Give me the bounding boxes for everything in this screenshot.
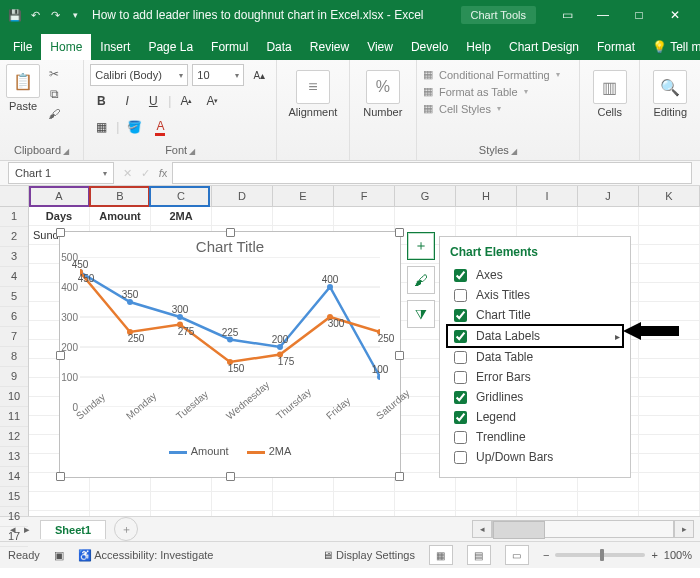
row-header[interactable]: 4 xyxy=(0,267,28,287)
number-format-icon[interactable]: % xyxy=(366,70,400,104)
undo-icon[interactable]: ↶ xyxy=(28,8,42,22)
row-header[interactable]: 12 xyxy=(0,427,28,447)
resize-handle[interactable] xyxy=(226,228,235,237)
row-header[interactable]: 5 xyxy=(0,287,28,307)
enter-formula-icon[interactable]: ✓ xyxy=(136,167,154,180)
chart-element-option[interactable]: Trendline xyxy=(450,427,620,447)
tell-me[interactable]: 💡 Tell me xyxy=(644,34,700,60)
format-painter-icon[interactable]: 🖌 xyxy=(46,106,62,122)
tab-help[interactable]: Help xyxy=(457,34,500,60)
tab-view[interactable]: View xyxy=(358,34,402,60)
embedded-chart[interactable]: Chart Title 0100200300400500 SundayMonda… xyxy=(59,231,401,478)
zoom-control[interactable]: − + 100% xyxy=(543,549,692,561)
column-header[interactable]: J xyxy=(578,186,639,206)
scroll-right-icon[interactable]: ▸ xyxy=(674,520,694,538)
tab-data[interactable]: Data xyxy=(257,34,300,60)
select-all-triangle[interactable] xyxy=(0,186,28,207)
tab-page-layout[interactable]: Page La xyxy=(139,34,202,60)
zoom-out-icon[interactable]: − xyxy=(543,549,549,561)
tab-file[interactable]: File xyxy=(4,34,41,60)
minimize-button[interactable]: — xyxy=(586,3,620,27)
chart-element-option[interactable]: Axes xyxy=(450,265,620,285)
column-header[interactable]: B xyxy=(90,186,151,206)
tab-review[interactable]: Review xyxy=(301,34,358,60)
normal-view-icon[interactable]: ▦ xyxy=(429,545,453,565)
chart-styles-button[interactable]: 🖌 xyxy=(407,266,435,294)
page-layout-view-icon[interactable]: ▤ xyxy=(467,545,491,565)
fill-color-icon[interactable]: 🪣 xyxy=(123,116,145,138)
cell-styles-button[interactable]: ▦Cell Styles▾ xyxy=(423,102,573,115)
ribbon-display-options-icon[interactable]: ▭ xyxy=(550,3,584,27)
formula-bar[interactable] xyxy=(172,162,692,184)
row-header[interactable]: 2 xyxy=(0,227,28,247)
tab-chart-design[interactable]: Chart Design xyxy=(500,34,588,60)
font-color-icon[interactable]: A xyxy=(149,116,171,138)
row-header[interactable]: 9 xyxy=(0,367,28,387)
row-header[interactable]: 17 xyxy=(0,527,28,547)
alignment-icon[interactable]: ≡ xyxy=(296,70,330,104)
column-header[interactable]: K xyxy=(639,186,700,206)
resize-handle[interactable] xyxy=(226,472,235,481)
chart-elements-button[interactable]: ＋ xyxy=(407,232,435,260)
row-header[interactable]: 15 xyxy=(0,487,28,507)
borders-icon[interactable]: ▦ xyxy=(90,116,112,138)
chart-element-option[interactable]: Error Bars xyxy=(450,367,620,387)
submenu-caret-icon[interactable]: ▸ xyxy=(615,331,620,342)
column-header[interactable]: D xyxy=(212,186,273,206)
chart-element-checkbox[interactable] xyxy=(454,451,467,464)
chart-filters-button[interactable]: ⧩ xyxy=(407,300,435,328)
chart-element-option[interactable]: Up/Down Bars xyxy=(450,447,620,467)
decrease-font-size-icon[interactable]: A▾ xyxy=(201,90,223,112)
column-header[interactable]: G xyxy=(395,186,456,206)
resize-handle[interactable] xyxy=(395,228,404,237)
qat-more-icon[interactable]: ▾ xyxy=(68,8,82,22)
chart-element-option[interactable]: Chart Title xyxy=(450,305,620,325)
sheet-tab-sheet1[interactable]: Sheet1 xyxy=(40,520,106,539)
row-header[interactable]: 3 xyxy=(0,247,28,267)
chart-legend[interactable]: Amount 2MA xyxy=(60,445,400,457)
horizontal-scrollbar[interactable]: ◂ ▸ xyxy=(472,520,700,538)
maximize-button[interactable]: □ xyxy=(622,3,656,27)
group-styles[interactable]: Styles xyxy=(423,142,573,158)
chart-plot-area[interactable]: 0100200300400500 SundayMondayTuesdayWedn… xyxy=(80,257,380,407)
format-as-table-button[interactable]: ▦Format as Table▾ xyxy=(423,85,573,98)
row-header[interactable]: 10 xyxy=(0,387,28,407)
tab-formulas[interactable]: Formul xyxy=(202,34,257,60)
scroll-track[interactable] xyxy=(492,520,674,538)
font-family-combo[interactable]: Calibri (Body)▾ xyxy=(90,64,188,86)
chart-element-checkbox[interactable] xyxy=(454,269,467,282)
row-header[interactable]: 7 xyxy=(0,327,28,347)
row-header[interactable]: 14 xyxy=(0,467,28,487)
resize-handle[interactable] xyxy=(56,228,65,237)
zoom-in-icon[interactable]: + xyxy=(651,549,657,561)
chart-element-option[interactable]: Legend xyxy=(450,407,620,427)
column-header[interactable]: H xyxy=(456,186,517,206)
autosave-icon[interactable]: 💾 xyxy=(8,8,22,22)
chart-element-checkbox[interactable] xyxy=(454,289,467,302)
font-size-combo[interactable]: 10▾ xyxy=(192,64,244,86)
accessibility-button[interactable]: ♿ Accessibility: Investigate xyxy=(78,549,214,562)
copy-icon[interactable]: ⧉ xyxy=(46,86,62,102)
bold-button[interactable]: B xyxy=(90,90,112,112)
cut-icon[interactable]: ✂ xyxy=(46,66,62,82)
resize-handle[interactable] xyxy=(56,472,65,481)
chart-element-option[interactable]: Data Labels▸ xyxy=(446,324,624,348)
row-header[interactable]: 6 xyxy=(0,307,28,327)
row-header[interactable]: 16 xyxy=(0,507,28,527)
column-header[interactable]: A xyxy=(29,186,90,206)
cells-icon[interactable]: ▥ xyxy=(593,70,627,104)
row-header[interactable]: 8 xyxy=(0,347,28,367)
chart-element-option[interactable]: Data Table xyxy=(450,347,620,367)
column-header[interactable]: E xyxy=(273,186,334,206)
scroll-left-icon[interactable]: ◂ xyxy=(472,520,492,538)
resize-handle[interactable] xyxy=(395,472,404,481)
zoom-slider[interactable] xyxy=(555,553,645,557)
chart-element-checkbox[interactable] xyxy=(454,411,467,424)
tab-insert[interactable]: Insert xyxy=(91,34,139,60)
macro-record-icon[interactable]: ▣ xyxy=(54,549,64,562)
redo-icon[interactable]: ↷ xyxy=(48,8,62,22)
row-header[interactable]: 13 xyxy=(0,447,28,467)
chart-element-checkbox[interactable] xyxy=(454,330,467,343)
row-header[interactable]: 11 xyxy=(0,407,28,427)
editing-icon[interactable]: 🔍 xyxy=(653,70,687,104)
